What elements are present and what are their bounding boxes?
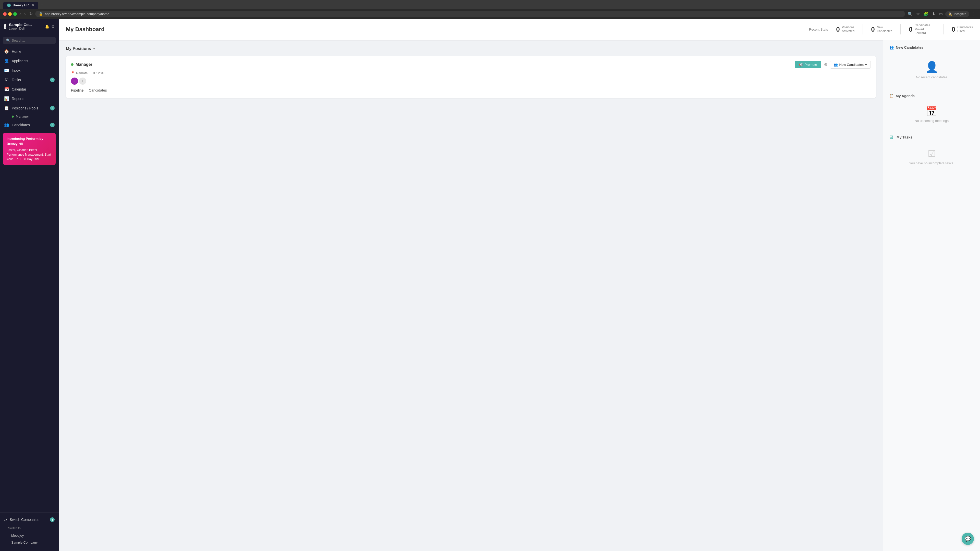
url-display: app.breezy.hr/app/c/sample-company/home	[45, 12, 110, 16]
candidates-tab[interactable]: Candidates	[89, 88, 107, 94]
stats-bar: Recent Stats 0 PositionsActivated 0 NewC…	[809, 24, 973, 35]
sidebar-item-tasks[interactable]: ☑ Tasks +	[0, 75, 59, 84]
positions-badge: +	[50, 106, 55, 110]
back-button[interactable]: ‹	[18, 11, 22, 17]
switch-item-sample-company[interactable]: Sample Company	[8, 539, 55, 546]
settings-icon[interactable]: ⚙	[51, 24, 55, 29]
stat-new-candidates: 0 NewCandidates	[871, 25, 892, 33]
window-close-btn[interactable]	[3, 12, 6, 16]
address-bar[interactable]: 🔒 app.breezy.hr/app/c/sample-company/hom…	[35, 11, 905, 17]
window-maximize-btn[interactable]	[13, 12, 17, 16]
position-settings-button[interactable]: ⚙	[824, 62, 827, 67]
calendar-icon: 📅	[4, 87, 9, 92]
sidebar-item-positions[interactable]: 📋 Positions / Pools +	[0, 103, 59, 113]
dashboard-header: My Dashboard Recent Stats 0 PositionsAct…	[59, 19, 980, 40]
new-tab-button[interactable]: +	[39, 2, 46, 9]
stat-positions-activated: 0 PositionsActivated	[836, 25, 854, 33]
candidates-icon: 👥	[4, 122, 9, 127]
active-tab[interactable]: Breezy HR ✕	[3, 2, 38, 9]
incognito-button[interactable]: 🕵 Incognito	[945, 11, 969, 17]
switch-companies-btn[interactable]: ⇄ Switch Companies ⬆	[4, 516, 55, 524]
company-info: ‹ Sample Co... Lauren Deli	[4, 22, 32, 30]
tab-bar: Breezy HR ✕ +	[0, 0, 980, 9]
new-candidates-button[interactable]: 👥 New Candidates ▾	[830, 61, 871, 68]
manager-status-dot	[12, 116, 14, 118]
sidebar-collapse-btn[interactable]: ‹	[4, 24, 6, 29]
tab-close-btn[interactable]: ✕	[32, 3, 34, 7]
tasks-section-label: My Tasks	[897, 135, 912, 139]
window-minimize-btn[interactable]	[8, 12, 12, 16]
new-candidates-btn-label: New Candidates	[839, 63, 864, 67]
browser-controls	[3, 12, 17, 16]
agenda-icon: 📋	[889, 94, 894, 98]
new-candidates-section-icon: 👥	[889, 45, 894, 49]
download-icon[interactable]: ⬇	[931, 11, 936, 17]
position-location-label: Remote	[76, 71, 88, 75]
switch-dropdown: Switch to: Moodjoy Sample Company	[4, 524, 55, 548]
agenda-label: My Agenda	[896, 94, 915, 98]
stat-hired-number: 0	[952, 25, 955, 33]
code-icon: ⊞	[92, 71, 95, 75]
sidebar-item-inbox-label: Inbox	[12, 68, 21, 73]
new-candidates-section: 👥 New Candidates 👤 No recent candidates	[889, 45, 974, 87]
promote-button[interactable]: 📢 Promote	[795, 61, 821, 68]
sidebar-item-home[interactable]: 🏠 Home	[0, 47, 59, 56]
notifications-icon[interactable]: 🔔	[45, 24, 49, 29]
switch-item-moodjoy[interactable]: Moodjoy	[8, 532, 55, 539]
sidebar: ‹ Sample Co... Lauren Deli 🔔 ⚙ 🔍 🏠 Home …	[0, 19, 59, 551]
positions-caret: ▼	[93, 47, 96, 51]
sidebar-item-inbox[interactable]: ✉️ Inbox	[0, 65, 59, 75]
stat-hired-label: CandidatesHired	[957, 25, 973, 33]
search-box[interactable]: 🔍	[3, 37, 56, 44]
position-avatars: L +	[71, 78, 871, 85]
header-actions: 🔔 ⚙	[45, 24, 55, 29]
tasks-section: ☑ My Tasks ☑ You have no incomplete task…	[889, 135, 974, 170]
tab-favicon	[7, 3, 11, 7]
stat-divider-1	[862, 24, 863, 35]
search-input[interactable]	[12, 38, 52, 42]
position-name-label: Manager	[76, 62, 92, 67]
stat-positions-number: 0	[836, 25, 840, 33]
new-candidates-section-label: New Candidates	[896, 45, 923, 49]
no-candidates-state: 👤 No recent candidates	[889, 53, 974, 87]
switch-badge: ⬆	[50, 517, 55, 522]
switch-companies-label: Switch Companies	[10, 518, 39, 522]
company-details: Sample Co... Lauren Deli	[9, 22, 32, 30]
no-tasks-state: ☑ You have no incomplete tasks.	[889, 143, 974, 170]
bookmark-icon[interactable]: ☆	[915, 11, 921, 17]
location-icon: 📍	[71, 71, 75, 75]
extensions-icon[interactable]: 🧩	[922, 11, 929, 17]
display-icon[interactable]: ▭	[938, 11, 944, 17]
sidebar-subitem-manager-label: Manager	[16, 114, 29, 118]
menu-button[interactable]: ⋮	[971, 11, 977, 17]
avatar-add-button[interactable]: +	[79, 78, 86, 85]
sidebar-item-calendar[interactable]: 📅 Calendar	[0, 84, 59, 94]
sidebar-item-tasks-label: Tasks	[12, 78, 21, 82]
sidebar-item-positions-label: Positions / Pools	[12, 106, 38, 110]
incognito-label: Incognito	[954, 12, 966, 16]
no-meetings-icon: 📅	[894, 106, 969, 117]
company-name: Sample Co...	[9, 22, 32, 27]
pipeline-tab[interactable]: Pipeline	[71, 88, 84, 94]
browser-toolbar: ‹ › ↻ 🔒 app.breezy.hr/app/c/sample-compa…	[0, 9, 980, 19]
sidebar-item-home-label: Home	[12, 49, 21, 54]
new-candidates-section-title: 👥 New Candidates	[889, 45, 974, 49]
promo-banner[interactable]: Introducing Perform by Breezy HR Faster,…	[3, 133, 56, 165]
new-candidates-caret: ▾	[865, 63, 867, 67]
reload-button[interactable]: ↻	[28, 11, 34, 17]
my-positions-section-title[interactable]: My Positions ▼	[66, 46, 876, 51]
sidebar-item-reports[interactable]: 📊 Reports	[0, 94, 59, 103]
sidebar-subitem-manager[interactable]: Manager	[0, 113, 59, 120]
forward-button[interactable]: ›	[23, 11, 27, 17]
sidebar-item-applicants[interactable]: 👤 Applicants	[0, 56, 59, 65]
no-candidates-icon: 👤	[894, 61, 969, 73]
chat-icon: 💬	[965, 536, 971, 542]
no-meetings-text: No upcoming meetings	[894, 119, 969, 123]
new-candidates-icon: 👥	[834, 63, 838, 67]
search-icon[interactable]: 🔍	[907, 11, 914, 17]
sidebar-item-applicants-label: Applicants	[12, 59, 28, 63]
chat-bubble[interactable]: 💬	[962, 533, 974, 545]
app-container: ‹ Sample Co... Lauren Deli 🔔 ⚙ 🔍 🏠 Home …	[0, 19, 980, 551]
sidebar-item-candidates[interactable]: 👥 Candidates +	[0, 120, 59, 130]
user-name: Lauren Deli	[9, 27, 32, 30]
